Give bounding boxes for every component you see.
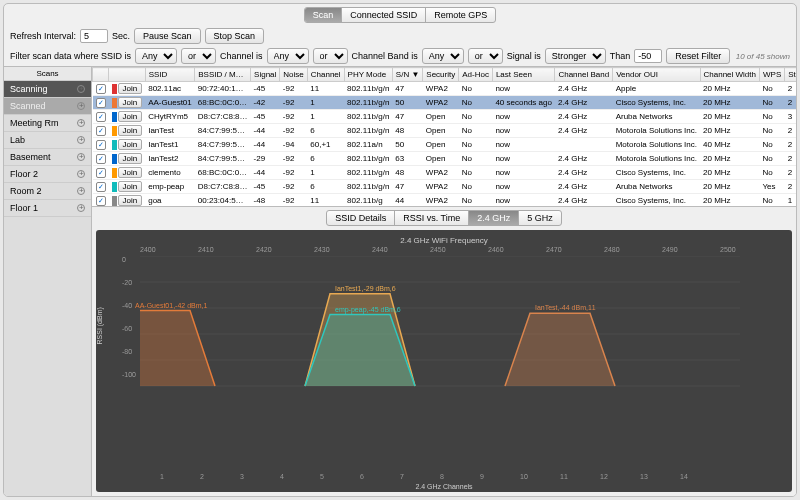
join-button[interactable]: Join <box>118 83 143 94</box>
col-header[interactable]: Channel Width <box>700 68 759 82</box>
add-icon[interactable] <box>77 153 85 161</box>
col-header[interactable]: Channel <box>307 68 344 82</box>
add-icon[interactable] <box>77 102 85 110</box>
col-header[interactable]: Channel Band <box>555 68 613 82</box>
filter-signal-label: Signal is <box>507 51 541 61</box>
refresh-unit: Sec. <box>112 31 130 41</box>
col-header[interactable]: Last Seen <box>492 68 555 82</box>
sidebar-item[interactable]: Scanned <box>4 98 91 115</box>
sidebar-item[interactable]: Room 2 <box>4 183 91 200</box>
refresh-label: Refresh Interval: <box>10 31 76 41</box>
chart-title: 2.4 GHz WiFi Frequency <box>96 236 792 245</box>
add-icon[interactable] <box>77 136 85 144</box>
col-header[interactable] <box>93 68 109 82</box>
tab-5ghz[interactable]: 5 GHz <box>519 211 561 225</box>
row-checkbox[interactable] <box>96 182 106 192</box>
col-header[interactable]: WPS <box>760 68 785 82</box>
table-row[interactable]: JoinAA-Guest0168:BC:0C:0…-42-921802.11b/… <box>93 96 797 110</box>
stop-scan-button[interactable]: Stop Scan <box>205 28 265 44</box>
filter-or1[interactable]: or <box>181 48 216 64</box>
tab-connected-ssid[interactable]: Connected SSID <box>342 8 426 22</box>
sidebar-item[interactable]: Basement <box>4 149 91 166</box>
tab-remote-gps[interactable]: Remote GPS <box>426 8 495 22</box>
tab-24ghz[interactable]: 2.4 GHz <box>469 211 519 225</box>
col-header[interactable]: Vendor OUI <box>613 68 700 82</box>
table-row[interactable]: Join802.11ac90:72:40:1…-45-9211802.11b/g… <box>93 82 797 96</box>
sidebar-item[interactable]: Floor 1 <box>4 200 91 217</box>
col-header[interactable]: PHY Mode <box>344 68 392 82</box>
sidebar-item[interactable]: Scanning <box>4 81 91 98</box>
table-row[interactable]: JoinIanTest184:C7:99:5…-44-9460,+1802.11… <box>93 138 797 152</box>
join-button[interactable]: Join <box>118 195 143 206</box>
row-checkbox[interactable] <box>96 196 106 206</box>
filter-or3[interactable]: or <box>468 48 503 64</box>
sidebar-item[interactable]: Meeting Rm <box>4 115 91 132</box>
chart-tabs[interactable]: SSID Details RSSI vs. Time 2.4 GHz 5 GHz <box>326 210 562 226</box>
join-button[interactable]: Join <box>118 111 143 122</box>
table-row[interactable]: JoinCHytRYm5D8:C7:C8:8…-45-921802.11b/g/… <box>93 110 797 124</box>
join-button[interactable]: Join <box>118 125 143 136</box>
row-checkbox[interactable] <box>96 168 106 178</box>
join-button[interactable]: Join <box>118 181 143 192</box>
add-icon[interactable] <box>77 204 85 212</box>
col-header[interactable]: Security <box>423 68 459 82</box>
filter-band-select[interactable]: Any <box>422 48 464 64</box>
table-row[interactable]: Joinclemento68:BC:0C:0…-44-921802.11b/g/… <box>93 166 797 180</box>
table-row[interactable]: Joinemp-peapD8:C7:C8:8…-45-926802.11b/g/… <box>93 180 797 194</box>
filter-channel-label: Channel is <box>220 51 263 61</box>
filter-or2[interactable]: or <box>313 48 348 64</box>
add-icon[interactable] <box>77 170 85 178</box>
series-label: IanTest,-44 dBm,11 <box>535 304 596 311</box>
row-checkbox[interactable] <box>96 140 106 150</box>
spectrum-chart: 2.4 GHz WiFi Frequency RSSI (dBm) 2.4 GH… <box>96 230 792 492</box>
col-header[interactable]: Noise <box>280 68 307 82</box>
join-button[interactable]: Join <box>118 97 143 108</box>
row-checkbox[interactable] <box>96 154 106 164</box>
join-button[interactable]: Join <box>118 167 143 178</box>
refresh-interval-input[interactable] <box>80 29 108 43</box>
table-row[interactable]: JoinIanTest84:C7:99:5…-44-926802.11b/g/n… <box>93 124 797 138</box>
sidebar-header: Scans <box>4 67 91 81</box>
add-icon[interactable] <box>77 85 85 93</box>
row-checkbox[interactable] <box>96 112 106 122</box>
filter-band-label: Channel Band is <box>352 51 418 61</box>
col-header[interactable]: BSSID / M… <box>195 68 251 82</box>
join-button[interactable]: Join <box>118 139 143 150</box>
col-header[interactable] <box>109 68 146 82</box>
series-label: emp-peap,-45 dBm,6 <box>335 306 401 313</box>
join-button[interactable]: Join <box>118 153 143 164</box>
add-icon[interactable] <box>77 119 85 127</box>
filter-signal-select[interactable]: Stronger <box>545 48 606 64</box>
reset-filter-button[interactable]: Reset Filter <box>666 48 730 64</box>
col-header[interactable]: Streams <box>785 68 796 82</box>
pause-scan-button[interactable]: Pause Scan <box>134 28 201 44</box>
sidebar-item[interactable]: Floor 2 <box>4 166 91 183</box>
tab-scan[interactable]: Scan <box>305 8 343 22</box>
networks-table[interactable]: SSIDBSSID / M…SignalNoiseChannelPHY Mode… <box>92 67 796 207</box>
chart-xlabel: 2.4 GHz Channels <box>96 483 792 490</box>
filter-label: Filter scan data where SSID is <box>10 51 131 61</box>
filter-than: Than <box>610 51 631 61</box>
tab-rssi-time[interactable]: RSSI vs. Time <box>395 211 469 225</box>
add-icon[interactable] <box>77 187 85 195</box>
filter-threshold-input[interactable] <box>634 49 662 63</box>
col-header[interactable]: SSID <box>145 68 195 82</box>
top-tabs[interactable]: Scan Connected SSID Remote GPS <box>304 7 497 23</box>
chart-ylabel: RSSI (dBm) <box>96 307 103 344</box>
col-header[interactable]: Ad-Hoc <box>459 68 493 82</box>
filter-channel-select[interactable]: Any <box>267 48 309 64</box>
table-row[interactable]: Joingoa00:23:04:5…-48-9211802.11b/g44WPA… <box>93 194 797 208</box>
table-row[interactable]: JoinIanTest284:C7:99:5…-29-926802.11b/g/… <box>93 152 797 166</box>
tab-ssid-details[interactable]: SSID Details <box>327 211 395 225</box>
col-header[interactable]: Signal <box>251 68 280 82</box>
sidebar: Scans ScanningScannedMeeting RmLabBaseme… <box>4 67 92 496</box>
series-label: IanTest1,-29 dBm,6 <box>335 285 396 292</box>
row-checkbox[interactable] <box>96 126 106 136</box>
row-checkbox[interactable] <box>96 84 106 94</box>
filter-ssid-select[interactable]: Any <box>135 48 177 64</box>
sidebar-item[interactable]: Lab <box>4 132 91 149</box>
row-checkbox[interactable] <box>96 98 106 108</box>
shown-count: 10 of 45 shown <box>736 52 790 61</box>
series-label: AA-Guest01,-42 dBm,1 <box>135 302 207 309</box>
col-header[interactable]: S/N ▼ <box>392 68 422 82</box>
